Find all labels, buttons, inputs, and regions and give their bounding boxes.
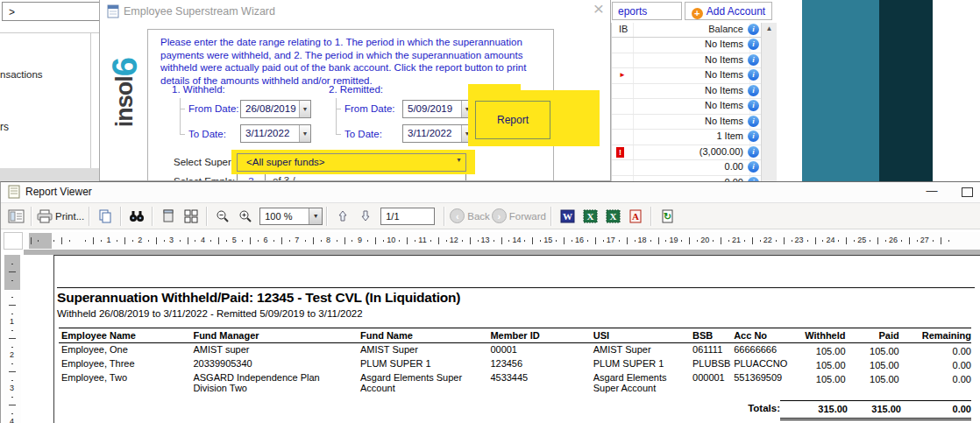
page-up-icon	[337, 209, 349, 222]
sidebar-item-transactions[interactable]: nsactions	[0, 69, 43, 80]
ruler-number: 26	[889, 236, 898, 244]
account-row[interactable]: ►No Itemsi	[612, 68, 777, 84]
ruler-tick	[540, 240, 541, 242]
report-row: Employee, TwoASGARD Independence Plan Di…	[59, 371, 971, 394]
account-row[interactable]: No Itemsi	[612, 115, 777, 130]
page-number-field[interactable]: 1/1	[380, 208, 435, 225]
super-fund-dropdown[interactable]: <All super funds> ▼	[237, 153, 466, 172]
account-row[interactable]: No Itemsi	[612, 84, 777, 100]
ruler-tick	[728, 240, 729, 242]
info-icon[interactable]: i	[748, 130, 759, 142]
toolbar-separator	[152, 207, 153, 226]
ruler-tick	[164, 240, 165, 242]
forward-button[interactable]: › Forward	[492, 206, 546, 227]
account-row[interactable]: !(3,000.00)i	[612, 145, 777, 161]
ruler-tick	[11, 330, 13, 331]
page-up-button[interactable]	[332, 206, 353, 227]
chevron-down-icon[interactable]: ▼	[456, 157, 462, 163]
report-cell: 105.00	[792, 371, 845, 394]
minimize-icon[interactable]: —	[923, 184, 941, 200]
sidebar-item[interactable]: rs	[0, 121, 9, 133]
ruler-tick	[752, 237, 753, 244]
zoom-in-button[interactable]	[235, 206, 256, 227]
balance-value: No Items	[705, 69, 743, 80]
totals-values: 315.00 315.00 0.00	[780, 400, 971, 420]
info-icon[interactable]: i	[748, 116, 759, 127]
single-page-view-button[interactable]	[158, 206, 179, 227]
info-icon[interactable]: i	[748, 146, 759, 158]
column-header-balance: Balance	[708, 24, 743, 34]
ruler-tick	[603, 240, 604, 242]
zoom-out-button[interactable]	[212, 206, 233, 227]
scrollbar[interactable]: ▲	[761, 23, 777, 181]
chevron-down-icon[interactable]: ▼	[299, 125, 310, 142]
report-cell: 0.00	[899, 357, 971, 371]
report-cell: 551369509	[731, 371, 792, 394]
reports-tab[interactable]: eports	[612, 2, 682, 20]
ruler-tick	[470, 237, 471, 244]
ruler-tick	[909, 237, 910, 244]
account-row[interactable]: No Itemsi	[612, 53, 777, 69]
export-pdf-button[interactable]: A	[625, 206, 646, 227]
ruler-number: 13	[481, 236, 490, 244]
ruler-tick	[117, 240, 117, 242]
find-button[interactable]	[126, 206, 147, 227]
report-cell: 105.00	[846, 371, 899, 394]
account-row[interactable]: No Itemsi	[612, 99, 777, 115]
account-row[interactable]: No Itemsi	[612, 38, 777, 53]
group-tree-button[interactable]	[5, 206, 26, 227]
info-icon[interactable]: i	[748, 85, 759, 96]
report-cell: AMIST Super	[358, 343, 487, 358]
report-column-header: Employee Name	[59, 328, 190, 343]
maximize-icon[interactable]	[962, 187, 973, 197]
ruler-tick	[494, 240, 494, 242]
ruler-tick	[11, 314, 13, 314]
info-icon[interactable]: i	[748, 24, 759, 35]
report-cell: Employee, Two	[59, 371, 190, 394]
toolbar-separator	[444, 207, 445, 226]
info-icon[interactable]: i	[748, 100, 759, 111]
account-row[interactable]: 1 Itemi	[612, 130, 777, 145]
ruler-tick	[838, 240, 839, 242]
close-icon[interactable]: ×	[589, 0, 608, 19]
export-excel-data-button[interactable]: X	[602, 206, 623, 227]
report-cell: AMIST super	[190, 343, 358, 358]
ruler-tick	[446, 240, 447, 242]
info-icon[interactable]: i	[748, 54, 759, 66]
panel-strip	[0, 168, 99, 181]
scroll-up-icon[interactable]: ▲	[762, 25, 777, 32]
report-button[interactable]: Report	[475, 101, 550, 139]
ruler-tick	[242, 240, 243, 242]
export-word-button[interactable]: W	[557, 206, 578, 227]
info-icon[interactable]: i	[748, 161, 759, 173]
refresh-button[interactable]: ↻	[657, 206, 678, 227]
copy-button[interactable]	[95, 206, 116, 227]
account-row[interactable]: 0.00i	[612, 160, 777, 176]
withheld-to-label: To Date:	[188, 129, 226, 139]
chevron-down-icon[interactable]: ▼	[299, 101, 310, 117]
info-icon[interactable]: i	[748, 39, 759, 50]
page-down-button[interactable]	[355, 206, 376, 227]
ruler-number: 19	[669, 236, 678, 244]
print-button[interactable]: Print...	[37, 206, 84, 227]
employees-of-label: of 3 /	[273, 175, 295, 181]
withheld-from-date-field[interactable]: 26/08/2019 ▼	[240, 100, 311, 118]
add-account-button[interactable]: +Add Account	[685, 2, 772, 20]
ruler-number: 4	[201, 236, 205, 244]
ruler-tick	[9, 271, 16, 272]
ruler-tick	[744, 240, 745, 242]
ruler-number: 3	[169, 236, 174, 244]
multi-page-view-button[interactable]	[181, 206, 202, 227]
remitted-to-date-field[interactable]: 3/11/2022 ▼	[402, 124, 473, 143]
ruler-tick	[564, 237, 565, 244]
export-excel-button[interactable]: X	[579, 206, 600, 227]
zoom-level-select[interactable]: 100 % ▼	[259, 208, 323, 225]
chevron-down-icon[interactable]: ▼	[309, 208, 322, 224]
remitted-from-date-field[interactable]: 5/09/2019 ▼	[402, 100, 473, 118]
wizard-intro-text: Please enter the date range relating to …	[160, 36, 551, 87]
withheld-to-date-field[interactable]: 3/11/2022 ▼	[240, 124, 311, 143]
wizard-window: Employee Superstream Wizard × insol6 Ple…	[99, 0, 611, 181]
report-row: Employee, Three20339905340PLUM SUPER 112…	[59, 357, 971, 371]
back-button[interactable]: ‹ Back	[450, 206, 490, 227]
info-icon[interactable]: i	[748, 69, 759, 81]
